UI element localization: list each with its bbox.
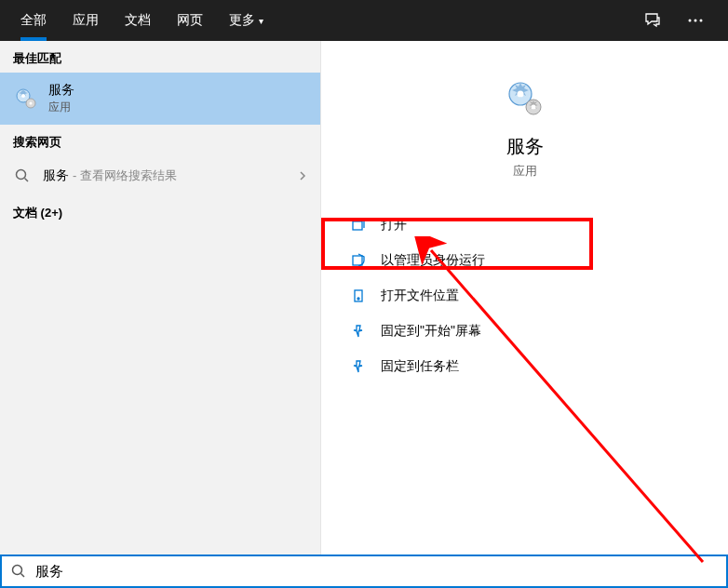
folder-icon [349,288,368,303]
chevron-down-icon: ▾ [259,16,263,26]
pin-icon [349,359,368,374]
more-icon[interactable] [681,13,709,28]
action-label: 固定到"开始"屏幕 [381,323,481,340]
action-list: 打开 以管理员身份运行 打开文件位置 固定到"开始"屏幕 [321,202,728,390]
action-run-admin[interactable]: 以管理员身份运行 [321,243,728,278]
action-label: 打开 [381,217,407,234]
svg-point-4 [21,94,25,98]
action-label: 固定到任务栏 [381,358,459,375]
pin-icon [349,324,368,339]
tab-web[interactable]: 网页 [164,0,216,41]
svg-point-0 [689,20,692,22]
search-value: 服务 [35,563,63,581]
action-open[interactable]: 打开 [321,207,728,243]
chevron-right-icon [298,169,307,182]
tab-documents[interactable]: 文档 [112,0,164,41]
svg-rect-14 [353,256,362,265]
section-best-match: 最佳匹配 [0,41,320,73]
tab-apps[interactable]: 应用 [60,0,112,41]
results-panel: 最佳匹配 服务 应用 搜索网页 服务 - 查看网络搜索结果 文档 (2+) [0,41,321,555]
preview-title: 服务 [506,134,544,159]
open-icon [349,218,368,233]
tab-more[interactable]: 更多▾ [216,0,276,41]
svg-point-7 [17,170,26,180]
web-search-item[interactable]: 服务 - 查看网络搜索结果 [0,156,320,195]
svg-point-16 [357,298,359,300]
svg-point-6 [30,102,33,105]
svg-point-10 [517,91,523,98]
web-search-suffix: - 查看网络搜索结果 [73,167,177,184]
feedback-icon[interactable] [639,7,667,34]
search-icon [13,168,32,183]
svg-line-8 [25,179,29,182]
action-pin-taskbar[interactable]: 固定到任务栏 [321,349,728,384]
svg-point-1 [694,20,697,22]
result-title: 服务 [48,82,74,99]
svg-rect-13 [353,221,362,230]
svg-point-2 [700,20,703,22]
admin-icon [349,253,368,268]
section-search-web: 搜索网页 [0,125,320,156]
tab-all[interactable]: 全部 [7,0,60,41]
search-icon [11,564,26,579]
preview-header: 服务 应用 [321,69,728,202]
preview-subtitle: 应用 [513,163,537,180]
svg-point-12 [531,105,535,110]
search-bar[interactable]: 服务 [0,555,728,588]
action-pin-start[interactable]: 固定到"开始"屏幕 [321,314,728,349]
top-tabs: 全部 应用 文档 网页 更多▾ [0,0,728,41]
action-label: 以管理员身份运行 [381,252,485,269]
services-icon [13,86,39,112]
action-label: 打开文件位置 [381,287,459,304]
services-icon-large [505,78,546,119]
result-subtitle: 应用 [48,100,74,115]
web-search-term: 服务 [43,167,69,184]
result-item-services[interactable]: 服务 应用 [0,73,320,125]
preview-panel: 服务 应用 打开 以管理员身份运行 打开文件位置 [321,41,728,555]
svg-point-18 [13,566,22,575]
main-content: 最佳匹配 服务 应用 搜索网页 服务 - 查看网络搜索结果 文档 (2+) [0,41,728,555]
section-documents: 文档 (2+) [0,195,320,227]
svg-line-19 [21,574,25,578]
action-open-location[interactable]: 打开文件位置 [321,278,728,314]
